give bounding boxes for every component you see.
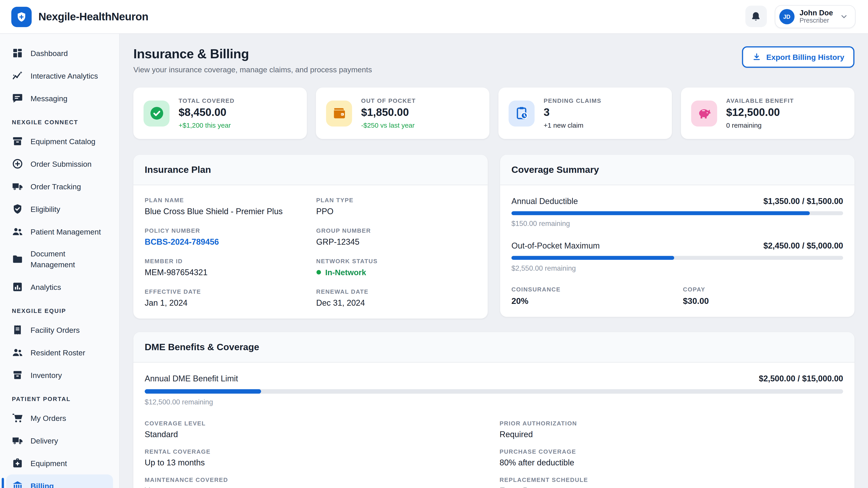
- meter-top: Annual Deductible$1,350.00 / $1,500.00: [512, 197, 843, 205]
- sidebar-item-label: Eligibility: [31, 203, 60, 215]
- sidebar-item-order-submission[interactable]: Order Submission: [6, 153, 113, 175]
- sidebar-item-patient-management[interactable]: Patient Management: [6, 220, 113, 243]
- bar-chart-icon: [12, 281, 23, 293]
- receipt-icon: [12, 324, 23, 335]
- network-status: In-Network: [316, 268, 476, 277]
- cart-icon: [12, 412, 23, 424]
- top-right-controls: JD John Doe Prescriber: [745, 5, 856, 28]
- stat-card-total-covered: TOTAL COVERED$8,450.00+$1,200 this year: [133, 88, 307, 139]
- dme-benefits-panel: DME Benefits & Coverage Annual DME Benef…: [133, 332, 855, 488]
- sidebar-item-billing[interactable]: Billing: [6, 475, 113, 488]
- meter-value: $2,450.00 / $5,000.00: [763, 241, 843, 250]
- sidebar-item-equipment-catalog[interactable]: Equipment Catalog: [6, 130, 113, 153]
- progress-fill: [512, 256, 674, 260]
- users-icon: [12, 347, 23, 358]
- sidebar-item-resident-roster[interactable]: Resident Roster: [6, 341, 113, 364]
- meter-label: Annual DME Benefit Limit: [145, 374, 238, 383]
- sidebar-item-eligibility[interactable]: Eligibility: [6, 198, 113, 220]
- sidebar-item-label: Facility Orders: [31, 324, 80, 335]
- field-value: 80% after deductible: [500, 458, 843, 467]
- field-value: PPO: [316, 207, 476, 216]
- field-label: COINSURANCE: [512, 286, 672, 293]
- field-value: Every 5 years: [500, 486, 843, 488]
- sidebar-item-label: Dashboard: [31, 48, 68, 59]
- field-plan-type: PLAN TYPEPPO: [316, 197, 476, 216]
- chevron-down-icon: [840, 12, 848, 21]
- insurance-plan-panel: Insurance Plan PLAN NAMEBlue Cross Blue …: [133, 155, 488, 319]
- export-billing-history-button[interactable]: Export Billing History: [742, 46, 855, 68]
- sidebar-item-my-orders[interactable]: My Orders: [6, 407, 113, 429]
- stat-label: OUT OF POCKET: [361, 97, 416, 104]
- page-header: Insurance & Billing View your insurance …: [133, 46, 855, 74]
- field-label: NETWORK STATUS: [316, 258, 476, 264]
- user-menu[interactable]: JD John Doe Prescriber: [775, 5, 856, 28]
- field-label: POLICY NUMBER: [145, 227, 305, 234]
- plus-circle-icon: [12, 158, 23, 169]
- sidebar-item-label: My Orders: [31, 413, 66, 423]
- field-label: PRIOR AUTHORIZATION: [500, 420, 843, 427]
- sidebar-section-title: PATIENT PORTAL: [6, 386, 113, 407]
- sidebar-item-dashboard[interactable]: Dashboard: [6, 42, 113, 64]
- meter-value: $2,500.00 / $15,000.00: [759, 374, 843, 383]
- folder-icon: [12, 254, 23, 265]
- insurance-plan-header: Insurance Plan: [133, 155, 488, 185]
- stat-card-available-benefit: AVAILABLE BENEFIT$12,500.000 remaining: [681, 88, 855, 139]
- field-purchase-coverage: PURCHASE COVERAGE80% after deductible: [500, 448, 843, 467]
- network-status-text: In-Network: [325, 268, 366, 277]
- field-label: COPAY: [683, 286, 843, 293]
- stat-sub: +1 new claim: [544, 122, 601, 129]
- sidebar-item-delivery[interactable]: Delivery: [6, 429, 113, 452]
- field-value: Standard: [145, 430, 488, 439]
- field-coinsurance: COINSURANCE20%: [512, 286, 672, 306]
- coverage-summary-panel: Coverage Summary Annual Deductible$1,350…: [500, 155, 855, 317]
- app-root: Nexgile-HealthNeuron JD John Doe Prescri…: [0, 0, 868, 488]
- sidebar-item-label: Equipment: [31, 458, 67, 468]
- field-effective-date: EFFECTIVE DATEJan 1, 2024: [145, 288, 305, 307]
- sidebar-item-inventory[interactable]: Inventory: [6, 364, 113, 386]
- stat-sub: 0 remaining: [726, 122, 794, 129]
- field-plan-name: PLAN NAMEBlue Cross Blue Shield - Premie…: [145, 197, 305, 216]
- stat-label: TOTAL COVERED: [179, 97, 235, 104]
- field-member-id: MEMBER IDMEM-987654321: [145, 258, 305, 277]
- bank-icon: [12, 480, 23, 488]
- field-coverage-level: COVERAGE LEVELStandard: [145, 420, 488, 439]
- archive-icon: [12, 135, 23, 147]
- policy-number-link[interactable]: BCBS-2024-789456: [145, 237, 305, 246]
- stat-card-pending-claims: PENDING CLAIMS3+1 new claim: [498, 88, 672, 139]
- sidebar-item-facility-orders[interactable]: Facility Orders: [6, 319, 113, 341]
- wallet-icon: [326, 100, 352, 126]
- field-value: Dec 31, 2024: [316, 298, 476, 307]
- sidebar-nav: DashboardInteractive AnalyticsMessagingN…: [0, 34, 120, 488]
- sidebar-item-document-management[interactable]: Document Management: [6, 243, 113, 275]
- field-network-status: NETWORK STATUSIn-Network: [316, 258, 476, 277]
- field-rental-coverage: RENTAL COVERAGEUp to 13 months: [145, 448, 488, 467]
- field-label: PLAN NAME: [145, 197, 305, 203]
- field-label: PLAN TYPE: [316, 197, 476, 203]
- coverage-summary-grid: COINSURANCE20%COPAY$30.00: [512, 286, 843, 306]
- sidebar-item-label: Patient Management: [31, 226, 101, 237]
- sidebar-section-title: NEXGILE EQUIP: [6, 298, 113, 319]
- sidebar-item-analytics[interactable]: Analytics: [6, 275, 113, 298]
- benefit-meter: Annual Deductible$1,350.00 / $1,500.00$1…: [512, 197, 843, 228]
- stat-sub: +$1,200 this year: [179, 122, 235, 129]
- piggy-bank-icon: [691, 100, 717, 126]
- sidebar-item-label: Document Management: [31, 249, 107, 270]
- notifications-button[interactable]: [745, 6, 767, 27]
- sidebar-item-equipment[interactable]: Equipment: [6, 452, 113, 475]
- stat-text: AVAILABLE BENEFIT$12,500.000 remaining: [726, 97, 794, 129]
- field-prior-authorization: PRIOR AUTHORIZATIONRequired: [500, 420, 843, 439]
- meter-value: $1,350.00 / $1,500.00: [763, 197, 843, 205]
- stat-label: AVAILABLE BENEFIT: [726, 97, 794, 104]
- download-icon: [752, 53, 761, 62]
- sidebar-item-order-tracking[interactable]: Order Tracking: [6, 175, 113, 198]
- box-icon: [12, 369, 23, 381]
- sidebar-section-title: NEXGILE CONNECT: [6, 109, 113, 130]
- dme-benefits-header: DME Benefits & Coverage: [133, 332, 855, 363]
- user-role: Prescriber: [800, 17, 833, 25]
- coverage-summary-title: Coverage Summary: [512, 164, 599, 175]
- stat-text: OUT OF POCKET$1,850.00-$250 vs last year: [361, 97, 416, 129]
- meter-top: Annual DME Benefit Limit$2,500.00 / $15,…: [145, 374, 843, 383]
- sidebar-item-interactive-analytics[interactable]: Interactive Analytics: [6, 64, 113, 87]
- sidebar-item-messaging[interactable]: Messaging: [6, 87, 113, 109]
- stat-card-out-of-pocket: OUT OF POCKET$1,850.00-$250 vs last year: [316, 88, 490, 139]
